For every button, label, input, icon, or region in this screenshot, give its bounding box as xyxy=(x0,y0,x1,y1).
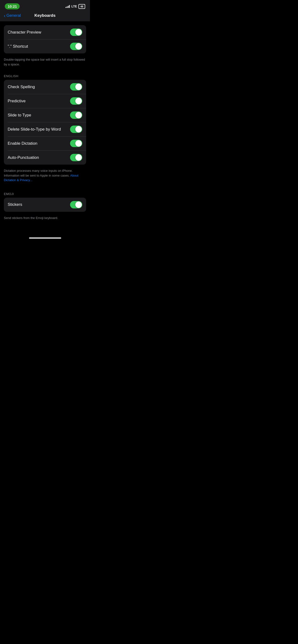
home-indicator xyxy=(0,234,90,242)
toggle-thumb xyxy=(75,84,82,90)
slide-to-type-toggle[interactable] xyxy=(70,112,82,119)
period-shortcut-toggle[interactable] xyxy=(70,43,82,50)
battery-indicator: 48 xyxy=(78,4,85,9)
auto-punctuation-toggle[interactable] xyxy=(70,154,82,161)
toggle-thumb xyxy=(75,98,82,104)
chevron-left-icon: ‹ xyxy=(4,13,6,18)
emoji-settings-group: Stickers xyxy=(4,198,86,212)
slide-to-type-row: Slide to Type xyxy=(4,108,86,122)
toggle-thumb xyxy=(75,43,82,50)
delete-slide-type-row: Delete Slide-to-Type by Word xyxy=(4,122,86,136)
toggle-track xyxy=(70,201,82,208)
english-group-footer: Dictation processes many voice inputs on… xyxy=(0,166,90,186)
toggle-thumb xyxy=(75,154,82,161)
toggle-thumb xyxy=(75,29,82,36)
dictation-footer-text: Dictation processes many voice inputs on… xyxy=(4,169,73,177)
check-spelling-label: Check Spelling xyxy=(8,84,35,89)
back-label: General xyxy=(7,13,21,18)
stickers-row: Stickers xyxy=(4,198,86,212)
toggle-thumb xyxy=(75,140,82,146)
predictive-label: Predictive xyxy=(8,99,26,104)
auto-punctuation-row: Auto-Punctuation xyxy=(4,150,86,164)
emoji-section-label: EMOJI xyxy=(0,188,90,198)
status-bar: 10:21 LTE 48 xyxy=(0,0,90,11)
toggle-track xyxy=(70,28,82,36)
signal-bar-2 xyxy=(67,6,67,8)
toggle-thumb xyxy=(75,112,82,118)
predictive-row: Predictive xyxy=(4,94,86,108)
top-group-footer: Double-tapping the space bar will insert… xyxy=(0,55,90,70)
back-button[interactable]: ‹ General xyxy=(4,13,21,18)
slide-to-type-label: Slide to Type xyxy=(8,113,31,118)
toggle-track xyxy=(70,97,82,105)
page-title: Keyboards xyxy=(35,13,56,18)
toggle-track xyxy=(70,154,82,161)
delete-slide-type-toggle[interactable] xyxy=(70,126,82,133)
signal-icon xyxy=(66,5,70,8)
period-shortcut-row: "." Shortcut xyxy=(4,39,86,54)
emoji-group-footer: Send stickers from the Emoji keyboard. xyxy=(0,214,90,224)
status-time: 10:21 xyxy=(5,3,20,9)
character-preview-toggle[interactable] xyxy=(70,28,82,36)
status-right: LTE 48 xyxy=(66,4,85,9)
toggle-track xyxy=(70,112,82,119)
predictive-toggle[interactable] xyxy=(70,97,82,105)
top-spacer xyxy=(0,21,90,25)
toggle-thumb xyxy=(75,126,82,132)
stickers-label: Stickers xyxy=(8,202,22,207)
signal-bar-4 xyxy=(69,5,70,8)
signal-bar-1 xyxy=(66,7,66,8)
toggle-thumb xyxy=(75,202,82,208)
stickers-toggle[interactable] xyxy=(70,201,82,208)
delete-slide-type-label: Delete Slide-to-Type by Word xyxy=(8,127,61,132)
enable-dictation-label: Enable Dictation xyxy=(8,141,37,146)
english-settings-group: Check Spelling Predictive Slide to Type xyxy=(4,80,86,164)
home-bar xyxy=(29,238,61,238)
character-preview-row: Character Preview xyxy=(4,25,86,39)
auto-punctuation-label: Auto-Punctuation xyxy=(8,155,39,160)
check-spelling-row: Check Spelling xyxy=(4,80,86,94)
character-preview-label: Character Preview xyxy=(8,30,41,35)
toggle-track xyxy=(70,140,82,147)
period-shortcut-label: "." Shortcut xyxy=(8,44,28,49)
signal-bar-3 xyxy=(68,6,69,8)
toggle-track xyxy=(70,43,82,50)
navigation-bar: ‹ General Keyboards xyxy=(0,11,90,21)
content-area: Character Preview "." Shortcut Double-ta… xyxy=(0,21,90,234)
toggle-track xyxy=(70,126,82,133)
enable-dictation-row: Enable Dictation xyxy=(4,136,86,150)
check-spelling-toggle[interactable] xyxy=(70,83,82,90)
lte-label: LTE xyxy=(71,4,77,8)
top-settings-group: Character Preview "." Shortcut xyxy=(4,25,86,54)
enable-dictation-toggle[interactable] xyxy=(70,140,82,147)
toggle-track xyxy=(70,83,82,90)
english-section-label: ENGLISH xyxy=(0,70,90,80)
